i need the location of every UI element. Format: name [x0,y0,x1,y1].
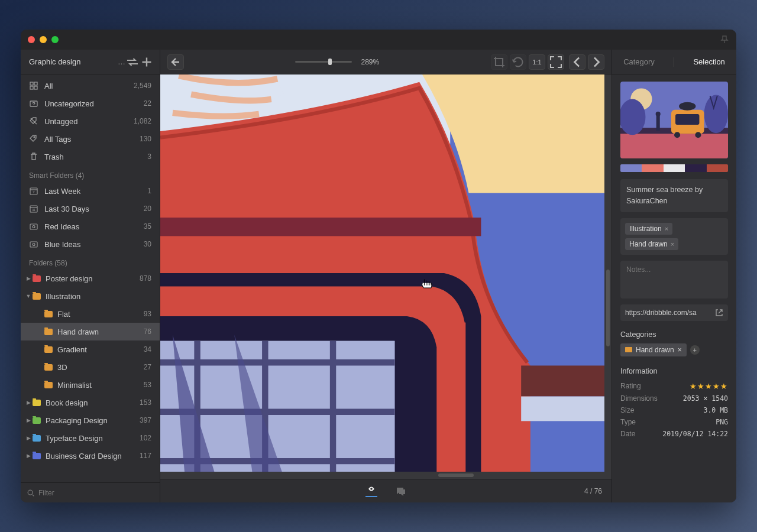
folder-count: 117 [140,452,151,460]
svg-text:7: 7 [33,190,35,194]
crop-button[interactable] [491,54,507,70]
categories-row: Hand drawn × + [620,343,728,356]
image-title[interactable]: Summer sea breeze by SakuraChen [620,179,728,212]
library-title: Graphic design [29,57,117,66]
info-dimensions: Dimensions 2053 × 1540 [612,392,736,404]
remove-tag-icon[interactable]: × [671,241,674,248]
remove-tag-icon[interactable]: × [665,225,668,232]
maximize-window[interactable] [51,36,59,43]
folder-book-design[interactable]: ▶Book design153 [21,394,160,411]
minimize-window[interactable] [40,36,47,43]
vertical-scrollbar[interactable] [606,270,610,346]
folder-label: Gradient [57,345,144,354]
pin-icon[interactable] [720,35,729,44]
image-counter: 4 / 76 [584,487,602,495]
svg-rect-39 [656,116,660,131]
app-window: Graphic design … All 2,549 Uncategorized… [21,30,736,502]
sidebar-untagged[interactable]: Untagged 1,082 [21,112,160,130]
folder-flat[interactable]: Flat93 [21,305,160,323]
sidebar-scroll[interactable]: All 2,549 Uncategorized 22 Untagged 1,08… [21,74,160,482]
tab-category[interactable]: Category [620,57,658,66]
zoom-slider[interactable] [295,61,352,63]
svg-point-13 [33,244,35,246]
source-url[interactable]: https://dribbble.com/sa [620,304,728,321]
add-icon[interactable] [140,55,154,69]
color-palette[interactable] [620,164,728,172]
prev-button[interactable] [569,54,585,70]
folder-gradient[interactable]: Gradient34 [21,340,160,358]
swatch[interactable] [707,164,728,172]
svg-point-11 [33,226,35,228]
close-window[interactable] [28,36,35,43]
category-tag[interactable]: Hand drawn × [620,343,687,356]
folder-minimalist[interactable]: Minimalist53 [21,376,160,394]
horizontal-scrollbar[interactable] [438,473,474,477]
information-header: Information [620,367,728,375]
sidebar-red-ideas[interactable]: Red Ideas 35 [21,218,160,235]
rating-stars[interactable]: ★★★★★ [690,382,728,391]
caret-icon: ▶ [24,417,33,423]
caret-icon: ▼ [24,293,33,299]
folder-poster-design[interactable]: ▶Poster design878 [21,270,160,287]
folder-count: 153 [140,398,151,407]
folder-3d[interactable]: 3D27 [21,358,160,376]
search-icon [27,489,35,497]
sidebar-alltags[interactable]: All Tags 130 [21,130,160,148]
folder-packaging-design[interactable]: ▶Packaging Design397 [21,411,160,429]
notes-field[interactable]: Notes... [620,261,728,299]
rotate-button[interactable] [510,54,526,70]
smart-folder-icon [29,222,38,231]
tab-selection[interactable]: Selection [690,57,728,66]
folder-count: 878 [140,274,151,283]
folder-label: Minimalist [57,381,144,390]
folder-label: Poster design [46,274,140,283]
caret-icon: ▶ [24,453,33,459]
folder-icon [33,275,41,282]
tags-box[interactable]: Illustration×Hand drawn× [620,218,728,255]
folder-business-card-design[interactable]: ▶Business Card Design117 [21,447,160,465]
smart-folder-icon [29,239,38,249]
caret-icon: ▶ [24,275,33,281]
next-button[interactable] [588,54,604,70]
add-category-button[interactable]: + [690,345,700,355]
artwork-zoomed [160,74,604,472]
swatch[interactable] [664,164,685,172]
info-type: Type PNG [612,416,736,428]
remove-category-icon[interactable]: × [678,346,682,354]
tag[interactable]: Hand drawn× [625,238,678,250]
calendar-31-icon: 31 [29,204,38,213]
filter-input[interactable] [38,489,154,497]
folder-typeface-design[interactable]: ▶Typeface Design102 [21,429,160,447]
eye-icon[interactable] [365,485,377,497]
sidebar-trash[interactable]: Trash 3 [21,148,160,166]
svg-text:31: 31 [32,208,35,212]
swatch[interactable] [620,164,642,172]
fit-button[interactable] [548,54,564,70]
sidebar-all[interactable]: All 2,549 [21,77,160,95]
sidebar-uncategorized[interactable]: Uncategorized 22 [21,95,160,112]
swap-library-icon[interactable] [125,55,140,69]
canvas[interactable] [160,74,612,479]
sidebar-last-week[interactable]: 7 Last Week 1 [21,182,160,200]
folder-hand-drawn[interactable]: Hand drawn76 [21,323,160,340]
folder-count: 76 [144,327,151,336]
thumbnail-preview[interactable] [620,82,728,158]
sidebar-last-30-days[interactable]: 31 Last 30 Days 20 [21,200,160,218]
categories-header: Categories [620,330,728,339]
svg-point-38 [695,132,701,138]
comment-icon[interactable] [395,485,407,497]
tag[interactable]: Illustration× [625,223,672,235]
folder-illustration[interactable]: ▼Illustration [21,287,160,305]
main-viewer: 289% 1:1 [160,50,612,502]
swatch[interactable] [685,164,706,172]
open-link-icon[interactable] [715,309,723,317]
folder-icon [33,453,41,459]
sidebar-blue-ideas[interactable]: Blue Ideas 30 [21,235,160,253]
actual-size-button[interactable]: 1:1 [529,54,545,70]
folder-icon [33,400,41,406]
svg-rect-1 [34,82,37,85]
folder-label: Illustration [46,292,151,301]
swatch[interactable] [642,164,663,172]
back-button[interactable] [167,54,184,70]
sidebar: Graphic design … All 2,549 Uncategorized… [21,50,160,502]
